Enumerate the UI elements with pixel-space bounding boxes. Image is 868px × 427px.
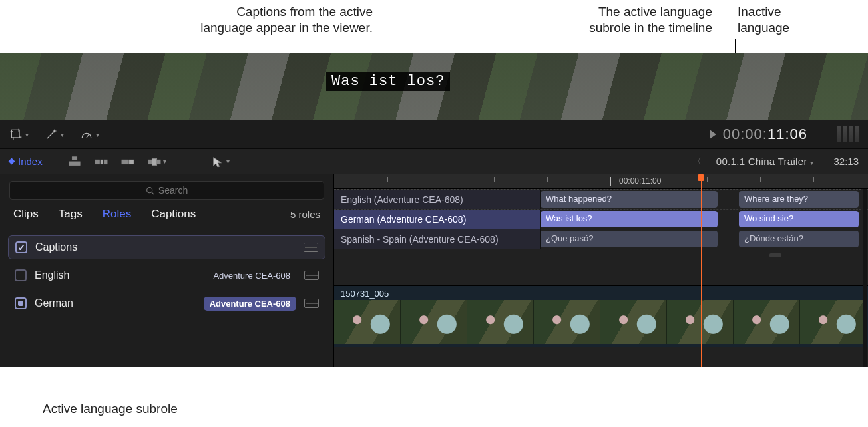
chevron-down-icon: ▾ (61, 131, 64, 138)
svg-point-10 (146, 187, 152, 192)
ruler-timecode: 00:00:11:00 (619, 176, 661, 186)
role-row-english[interactable]: English Adventure CEA-608 (8, 263, 326, 287)
index-toggle-button[interactable]: Index (9, 156, 43, 167)
thumbnail (401, 300, 467, 344)
thumbnail (800, 300, 867, 344)
project-title-text: 00.1.1 China Trailer (716, 156, 807, 167)
project-title-dropdown[interactable]: 00.1.1 China Trailer ▾ (716, 156, 814, 167)
leader-active-subrole-index (39, 362, 39, 400)
index-tabs: Clips Tags Roles Captions 5 roles (0, 205, 333, 229)
svg-rect-4 (101, 160, 103, 164)
project-duration: 32:13 (833, 156, 859, 167)
caption-clip[interactable]: What happened? (541, 191, 718, 208)
svg-rect-9 (152, 158, 156, 165)
thumbnail (667, 300, 734, 344)
crop-tool-button[interactable]: ▾ (9, 128, 29, 141)
caption-track-label: English (Adventure CEA-608) (334, 190, 541, 209)
callout-active-subrole-index: Active language subrole (43, 402, 178, 416)
audio-meters (837, 126, 859, 142)
thumbnail (334, 300, 401, 344)
speedometer-icon (80, 128, 93, 141)
thumbnail (600, 300, 667, 344)
chevron-down-icon: ▾ (96, 131, 99, 138)
caption-clip[interactable]: ¿Dónde están? (739, 231, 859, 247)
crop-icon (9, 128, 23, 141)
caption-lane[interactable]: Was ist los?Wo sind sie? (541, 210, 868, 229)
svg-rect-2 (72, 156, 77, 160)
caption-lane[interactable]: What happened?Where are they? (541, 190, 868, 209)
checkbox-german[interactable] (15, 297, 27, 309)
svg-rect-3 (95, 160, 99, 164)
checkbox-english[interactable] (15, 269, 27, 281)
app-window: Was ist los? ▾ ▾ ▾ 00:00:11:06 (0, 53, 868, 367)
tab-captions[interactable]: Captions (151, 208, 196, 221)
search-icon (146, 186, 154, 195)
caption-lane[interactable]: ¿Que pasó?¿Dónde están? (541, 229, 868, 249)
tab-clips[interactable]: Clips (13, 208, 39, 221)
video-track[interactable]: 150731_005 (334, 285, 868, 347)
timecode-bright: 11:06 (767, 126, 807, 142)
timecode-dim: 00:00: (723, 126, 767, 142)
role-row-german[interactable]: German Adventure CEA-608 (8, 291, 326, 315)
timeline-ruler[interactable]: 00:00:11:00 (334, 174, 868, 189)
caption-track[interactable]: Spanish - Spain (Adventure CEA-608)¿Que … (334, 229, 868, 249)
role-label-german: German (35, 297, 73, 309)
lane-toggle-button[interactable] (304, 243, 318, 252)
callout-active-subrole-timeline: The active language subrole in the timel… (499, 4, 712, 36)
marker (769, 253, 781, 257)
viewer-caption-overlay: Was ist los? (326, 72, 450, 91)
caption-track-label: German (Adventure CEA-608) (334, 210, 541, 229)
roles-count: 5 roles (290, 209, 320, 220)
viewer: Was ist los? (0, 53, 868, 120)
role-badge-german: Adventure CEA-608 (204, 297, 296, 311)
select-tool-button[interactable] (210, 156, 225, 168)
caption-track-label: Spanish - Spain (Adventure CEA-608) (334, 229, 541, 249)
overwrite-clip-button[interactable] (147, 156, 162, 168)
append-clip-button[interactable] (120, 156, 135, 168)
timeline[interactable]: 00:00:11:00 English (Adventure CEA-608)W… (334, 174, 868, 367)
index-pane: Search Clips Tags Roles Captions 5 roles… (0, 174, 334, 367)
scrollbar[interactable] (863, 189, 867, 367)
connect-clip-button[interactable] (67, 156, 82, 168)
role-badge-english: Adventure CEA-608 (207, 269, 296, 283)
thumbnail-strip (334, 300, 868, 344)
caption-track[interactable]: English (Adventure CEA-608)What happened… (334, 190, 868, 210)
separator (55, 154, 55, 170)
callout-viewer-caption: Captions from the active language appear… (120, 4, 373, 36)
svg-rect-1 (69, 162, 80, 165)
diamond-icon (9, 158, 15, 165)
role-label-captions: Captions (35, 241, 77, 253)
checkbox-captions[interactable] (15, 241, 27, 253)
enhance-tool-button[interactable]: ▾ (45, 128, 64, 141)
lane-toggle-button[interactable] (304, 299, 319, 308)
tab-roles[interactable]: Roles (103, 208, 131, 221)
timecode-display[interactable]: 00:00:11:06 (710, 126, 807, 143)
chevron-down-icon: ▾ (810, 159, 813, 166)
role-row-captions[interactable]: Captions (8, 235, 326, 259)
playhead[interactable] (701, 174, 702, 367)
role-label-english: English (35, 269, 69, 281)
play-icon (710, 130, 716, 139)
caption-clip[interactable]: Was ist los? (541, 211, 718, 227)
roles-list: Captions English Adventure CEA-608 Germa… (0, 229, 333, 315)
thumbnail (467, 300, 534, 344)
insert-clip-button[interactable] (94, 156, 108, 168)
caption-clip[interactable]: Where are they? (739, 191, 859, 208)
caption-clip[interactable]: Wo sind sie? (739, 211, 859, 227)
timeline-history-back-button[interactable]: 〈 (690, 156, 704, 168)
caption-clip[interactable]: ¿Que pasó? (541, 231, 718, 247)
search-input[interactable]: Search (9, 181, 324, 200)
svg-rect-6 (122, 160, 128, 164)
wand-icon (45, 128, 58, 141)
chevron-down-icon: ▾ (226, 158, 230, 165)
svg-rect-0 (11, 130, 19, 138)
search-placeholder: Search (158, 185, 188, 196)
retime-tool-button[interactable]: ▾ (80, 128, 99, 141)
chevron-down-icon: ▾ (25, 131, 29, 138)
video-clip-title: 150731_005 (334, 286, 868, 300)
timeline-gap (334, 249, 868, 285)
tab-tags[interactable]: Tags (59, 208, 83, 221)
caption-track[interactable]: German (Adventure CEA-608)Was ist los?Wo… (334, 210, 868, 229)
chevron-down-icon: ▾ (163, 158, 166, 165)
lane-toggle-button[interactable] (304, 271, 319, 280)
